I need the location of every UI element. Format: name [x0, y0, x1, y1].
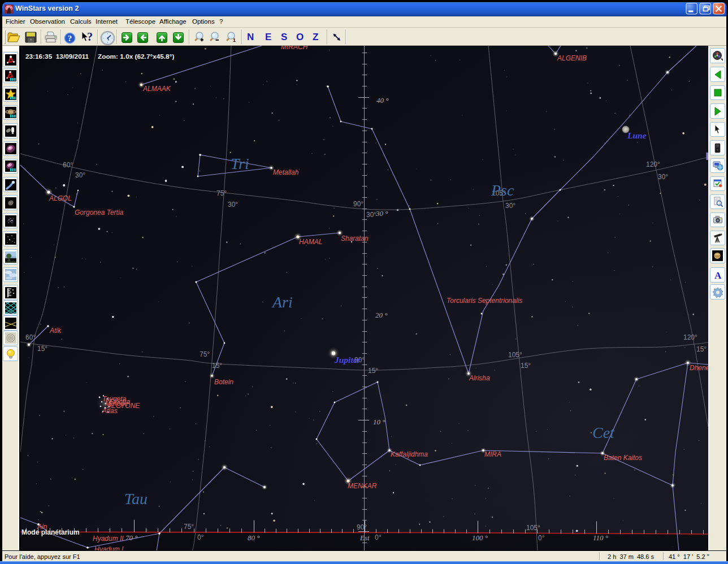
svg-text:Hyadum I: Hyadum I: [94, 545, 124, 550]
svg-text:40 °: 40 °: [376, 96, 388, 105]
svg-text:Zoom: 1.0x (62.7°x45.8°): Zoom: 1.0x (62.7°x45.8°): [98, 53, 174, 60]
svg-text:30°: 30°: [658, 173, 668, 181]
svg-text:0°: 0°: [197, 533, 204, 541]
svg-text:?: ?: [68, 34, 72, 43]
svg-text:MIRA: MIRA: [484, 450, 501, 458]
svg-text:1: 1: [233, 37, 236, 43]
svg-text:Cet: Cet: [592, 424, 615, 441]
svg-text:20 °: 20 °: [375, 311, 387, 319]
svg-text:Sharatan: Sharatan: [341, 235, 369, 242]
svg-text:Tri: Tri: [231, 155, 249, 172]
svg-text:Jupiter: Jupiter: [334, 355, 361, 365]
svg-text:105°: 105°: [508, 351, 522, 359]
svg-text:Electra: Electra: [109, 398, 131, 406]
svg-text:30 °: 30 °: [375, 209, 388, 218]
svg-text:A: A: [714, 270, 722, 281]
svg-text:Hyadum II: Hyadum II: [93, 535, 124, 543]
svg-text:Gorgonea Tertia: Gorgonea Tertia: [75, 209, 124, 216]
svg-text:ALMAAK: ALMAAK: [142, 85, 171, 93]
svg-text:Lune: Lune: [627, 131, 647, 140]
svg-text:30°: 30°: [75, 171, 85, 179]
svg-text:10 °: 10 °: [373, 418, 385, 426]
svg-text:23:16:35 13/09/2011: 23:16:35 13/09/2011: [25, 53, 89, 60]
svg-text:110 °: 110 °: [593, 533, 608, 542]
svg-text:MIRACH: MIRACH: [281, 46, 308, 51]
svg-text:Atik: Atik: [49, 327, 62, 335]
svg-text:Psc: Psc: [491, 181, 514, 199]
svg-text:30°: 30°: [505, 202, 515, 210]
svg-text:120°: 120°: [646, 160, 660, 168]
svg-text:Botein: Botein: [214, 378, 233, 386]
svg-text:0°: 0°: [538, 534, 545, 542]
svg-text:60°: 60°: [25, 333, 36, 341]
svg-text:70 °: 70 °: [125, 533, 137, 542]
svg-text:MENKAR: MENKAR: [348, 482, 377, 490]
svg-text:15°: 15°: [696, 345, 707, 353]
svg-text:Dheneb: Dheneb: [690, 364, 708, 372]
svg-text:?: ?: [87, 31, 93, 43]
svg-text:15°: 15°: [37, 345, 47, 353]
svg-text:0°: 0°: [375, 533, 382, 541]
svg-text:Tau: Tau: [124, 490, 148, 507]
svg-text:Mode planétarium: Mode planétarium: [21, 528, 80, 536]
svg-text:15°: 15°: [521, 362, 531, 370]
svg-text:Atlas: Atlas: [102, 407, 118, 415]
svg-text:ALGENIB: ALGENIB: [557, 54, 587, 62]
svg-text:75°: 75°: [200, 350, 210, 358]
svg-text:30°: 30°: [228, 201, 238, 209]
svg-text:75°: 75°: [184, 523, 194, 531]
svg-text:100 °: 100 °: [472, 533, 488, 542]
svg-text:90°: 90°: [353, 200, 363, 208]
svg-text:75°: 75°: [216, 189, 227, 197]
svg-text:Kaffaljidhma: Kaffaljidhma: [391, 450, 428, 458]
svg-text:90°: 90°: [357, 523, 367, 531]
svg-text:Est: Est: [359, 533, 370, 542]
svg-text:105°: 105°: [526, 524, 540, 532]
svg-text:ALGOL: ALGOL: [49, 194, 72, 202]
svg-text:Alrisha: Alrisha: [469, 374, 490, 382]
svg-text:80 °: 80 °: [248, 533, 259, 542]
svg-text:HAMAL: HAMAL: [299, 238, 322, 246]
svg-text:15°: 15°: [212, 362, 222, 370]
svg-text:60°: 60°: [63, 161, 73, 169]
svg-text:30°: 30°: [366, 211, 376, 219]
svg-text:120°: 120°: [683, 333, 697, 341]
svg-text:Torcularis Septentrionalis: Torcularis Septentrionalis: [447, 297, 522, 305]
svg-text:15°: 15°: [368, 367, 378, 375]
svg-text:Metallah: Metallah: [273, 168, 299, 176]
svg-text:Ari: Ari: [271, 293, 293, 311]
svg-text:Baten Kaitos: Baten Kaitos: [604, 454, 642, 462]
